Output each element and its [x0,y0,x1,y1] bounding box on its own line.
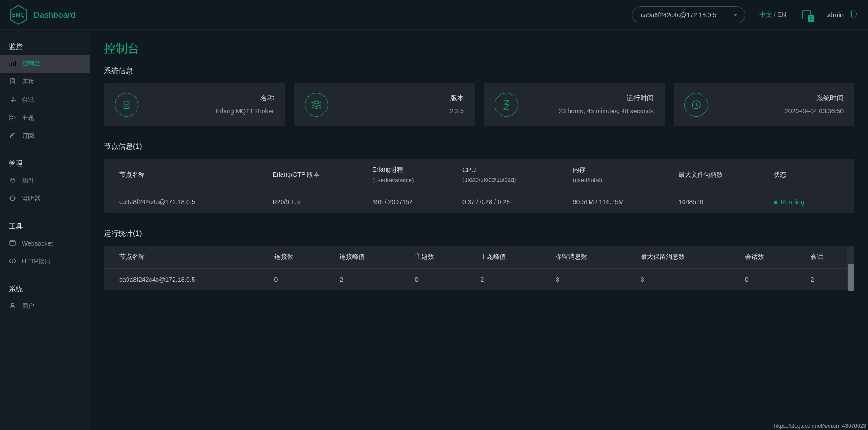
listeners-icon [9,195,16,203]
cell-node-name: ca9a8f242c4c@172.18.0.5 [104,191,266,213]
card-value: 2.3.5 [328,107,464,116]
card-icon [684,93,708,117]
th-mem: 内存(used/total) [566,159,672,191]
cell-stat: 0 [263,269,328,291]
th-fds: 最大文件句柄数 [672,159,767,191]
node-selector-value: ca9a8f242c4c@172.18.0.5 [641,11,717,19]
svg-point-14 [10,196,15,201]
sidebar-item-label: 控制台 [22,60,41,68]
th-status: 状态 [767,159,854,191]
card-label: 版本 [328,94,464,103]
card-value: 2020-09-04 03:36:50 [708,107,844,116]
sidebar-item-sessions[interactable]: 会话 [0,91,90,109]
stats-table-wrap: 节点名称连接数连接峰值主题数主题峰值保留消息数最大保留消息数会话数会话 ca9a… [104,246,854,290]
cell-mem: 90.51M / 116.75M [566,191,672,213]
logout-icon[interactable] [850,9,859,20]
sidebar-item-label: 主题 [22,114,34,122]
cell-stat: 0 [403,269,469,291]
svg-rect-19 [10,241,15,245]
th-stats: 最大保留消息数 [629,246,733,269]
lang-zh[interactable]: 中文 [760,11,772,18]
cell-proc: 396 / 2097152 [366,191,456,213]
sidebar-item-users[interactable]: 用户 [0,297,90,315]
svg-marker-0 [10,5,27,24]
subs-icon [9,132,16,140]
table-row: ca9a8f242c4c@172.18.0.502023302 [104,269,854,291]
section-stats-title: 运行统计(1) [104,229,854,238]
sidebar-item-websocket[interactable]: Websocket [0,234,90,252]
node-selector[interactable]: ca9a8f242c4c@172.18.0.5 [632,6,745,23]
svg-point-10 [9,115,11,117]
chevron-down-icon [733,11,738,19]
brand-title: Dashboard [33,10,75,20]
node-table: 节点名称 Erlang/OTP 版本 Erlang进程(used/avaliab… [104,159,854,213]
user-menu[interactable]: admin [825,9,859,20]
page-title: 控制台 [104,41,854,56]
svg-rect-3 [11,63,12,66]
sidebar-item-console[interactable]: 控制台 [0,55,90,73]
stats-horizontal-scroll[interactable]: 节点名称连接数连接峰值主题数主题峰值保留消息数最大保留消息数会话数会话 ca9a… [104,246,854,290]
brand-logo-icon: EMQ [8,5,29,25]
docs-badge: D [808,15,814,22]
card-icon [495,93,518,117]
sidebar-item-clients[interactable]: 连接 [0,73,90,91]
cell-stat: 0 [733,269,799,291]
sidebar-section-title: 工具 [0,218,90,234]
th-stats: 节点名称 [104,246,263,269]
th-stats: 连接数 [263,246,328,269]
card-label: 运行时间 [518,94,654,103]
sysinfo-card: 名称Erlang MQTT Broker [104,83,285,126]
card-icon [305,93,328,117]
sidebar-item-subs[interactable]: 订阅 [0,127,90,145]
th-stats: 主题数 [403,246,469,269]
stats-vertical-scrollbar[interactable] [847,246,854,290]
sidebar-section-title: 系统 [0,280,90,297]
language-switch[interactable]: 中文 / EN [760,11,786,19]
header: EMQ Dashboard ca9a8f242c4c@172.18.0.5 中文… [0,0,868,30]
sidebar-item-label: 订阅 [22,132,34,140]
cell-stat: 3 [544,269,629,291]
sidebar: 监控控制台连接会话主题订阅管理插件监听器工具WebsocketHTTP接口系统用… [0,30,90,430]
sidebar-item-label: 用户 [22,302,34,310]
svg-point-21 [11,303,14,306]
svg-rect-5 [15,61,16,66]
th-stats: 主题峰值 [469,246,544,269]
docs-icon[interactable]: D [801,9,812,21]
sidebar-item-httpapi[interactable]: HTTP接口 [0,252,90,271]
clients-icon [9,78,16,86]
cell-cpu: 0.37 / 0.28 / 0.28 [456,191,566,213]
cell-status: Running [767,191,854,213]
brand[interactable]: EMQ Dashboard [8,5,75,25]
users-icon [9,303,16,310]
sidebar-item-label: HTTP接口 [22,257,51,266]
card-label: 系统时间 [708,94,844,103]
sidebar-item-plugins[interactable]: 插件 [0,172,90,190]
cell-otp: R20/9.1.5 [266,191,366,213]
sidebar-item-label: Websocket [22,240,53,247]
svg-point-12 [14,117,16,118]
cell-stat: 2 [469,269,544,291]
sidebar-section-title: 管理 [0,155,90,172]
topics-icon [9,114,16,122]
svg-rect-20 [10,240,15,242]
node-table-header-row: 节点名称 Erlang/OTP 版本 Erlang进程(used/avaliab… [104,159,854,191]
section-sysinfo-title: 系统信息 [104,66,854,76]
sidebar-item-listeners[interactable]: 监听器 [0,190,90,208]
sidebar-item-topics[interactable]: 主题 [0,109,90,127]
th-proc: Erlang进程(used/avaliable) [366,159,456,191]
lang-en[interactable]: EN [778,11,786,18]
websocket-icon [9,240,16,248]
console-icon [9,60,16,68]
main-content: 控制台 系统信息 名称Erlang MQTT Broker版本2.3.5运行时间… [90,30,868,430]
th-node-name: 节点名称 [104,159,266,191]
card-value: 23 hours, 45 minutes, 48 seconds [518,107,654,116]
username-label: admin [825,11,844,19]
card-icon [115,93,138,117]
table-row: ca9a8f242c4c@172.18.0.5R20/9.1.5396 / 20… [104,191,854,213]
cell-node-name: ca9a8f242c4c@172.18.0.5 [104,269,263,291]
scrollbar-thumb[interactable] [848,264,854,291]
sysinfo-cards: 名称Erlang MQTT Broker版本2.3.5运行时间23 hours,… [104,83,854,126]
stats-header-row: 节点名称连接数连接峰值主题数主题峰值保留消息数最大保留消息数会话数会话 [104,246,854,269]
th-otp: Erlang/OTP 版本 [266,159,366,191]
th-stats: 会话数 [733,246,799,269]
